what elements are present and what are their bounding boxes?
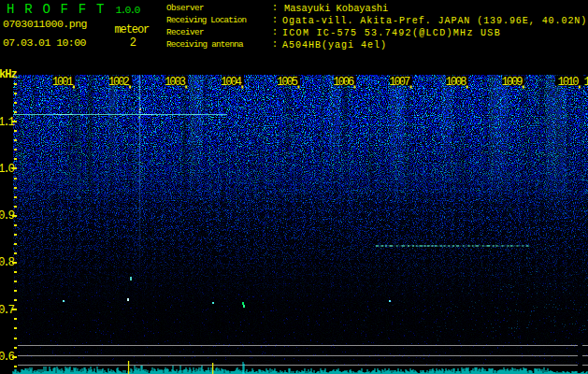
svg-text:0703011000.png: 0703011000.png bbox=[3, 18, 87, 30]
svg-text:1004: 1004 bbox=[221, 76, 242, 89]
svg-text:0.6: 0.6 bbox=[0, 351, 14, 364]
svg-text:Observer: Observer bbox=[166, 3, 204, 13]
svg-text:1003: 1003 bbox=[165, 76, 186, 89]
svg-text:0.7: 0.7 bbox=[0, 304, 14, 317]
svg-text:1009: 1009 bbox=[501, 76, 523, 89]
svg-text:T: T bbox=[96, 2, 104, 17]
svg-text:1002: 1002 bbox=[108, 76, 130, 89]
svg-text::: : bbox=[272, 3, 278, 13]
svg-text:1008: 1008 bbox=[445, 76, 466, 89]
svg-text:0.9: 0.9 bbox=[0, 209, 14, 223]
svg-text:1005: 1005 bbox=[277, 76, 298, 89]
svg-text:Ogata-vill. Akita-Pref. JAPAN: Ogata-vill. Akita-Pref. JAPAN (139.96E, … bbox=[282, 16, 587, 26]
svg-text::: : bbox=[272, 27, 278, 37]
svg-text:Masayuki Kobayashi: Masayuki Kobayashi bbox=[284, 3, 388, 14]
svg-text:O: O bbox=[42, 2, 50, 17]
svg-text:F: F bbox=[61, 2, 68, 17]
svg-text:Receiving Location: Receiving Location bbox=[166, 15, 246, 25]
svg-text:kHz: kHz bbox=[0, 68, 17, 81]
svg-text::: : bbox=[272, 39, 278, 50]
svg-text:1006: 1006 bbox=[333, 76, 354, 89]
svg-text:ICOM IC-575 53.7492(@LCD)MHz U: ICOM IC-575 53.7492(@LCD)MHz USB bbox=[282, 28, 501, 38]
svg-text:07.03.01 10:00: 07.03.01 10:00 bbox=[3, 36, 87, 49]
svg-text:1010: 1010 bbox=[558, 76, 580, 89]
svg-text:1007: 1007 bbox=[389, 76, 410, 89]
svg-text:1: 1 bbox=[584, 76, 588, 89]
svg-text:2: 2 bbox=[130, 36, 136, 50]
svg-text:R: R bbox=[24, 2, 33, 17]
svg-text:A504HB(yagi 4el): A504HB(yagi 4el) bbox=[282, 40, 387, 50]
svg-text:Receiving antenna: Receiving antenna bbox=[166, 39, 244, 50]
svg-text:Receiver: Receiver bbox=[166, 27, 204, 37]
svg-text:meteor: meteor bbox=[115, 23, 151, 36]
svg-text:1.0.0: 1.0.0 bbox=[116, 4, 141, 16]
svg-text:1.0: 1.0 bbox=[0, 163, 14, 176]
svg-text::: : bbox=[272, 15, 278, 25]
svg-text:F: F bbox=[79, 2, 86, 17]
svg-text:H: H bbox=[7, 2, 14, 17]
svg-text:0.8: 0.8 bbox=[0, 256, 14, 269]
svg-text:1.1: 1.1 bbox=[0, 116, 14, 129]
svg-text:1001: 1001 bbox=[52, 76, 74, 89]
